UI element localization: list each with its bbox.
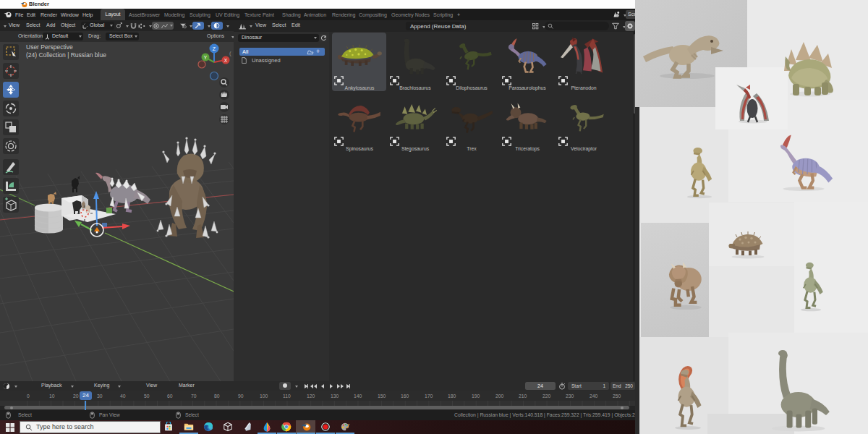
svg-text:(: ( xyxy=(229,50,231,56)
svg-text:X: X xyxy=(224,58,228,63)
svg-text:(24) Collection | Russian blue: (24) Collection | Russian blue xyxy=(26,51,106,59)
svg-text:Z: Z xyxy=(213,46,216,51)
svg-text:Y: Y xyxy=(204,55,208,60)
svg-text:User Perspective: User Perspective xyxy=(26,43,73,51)
